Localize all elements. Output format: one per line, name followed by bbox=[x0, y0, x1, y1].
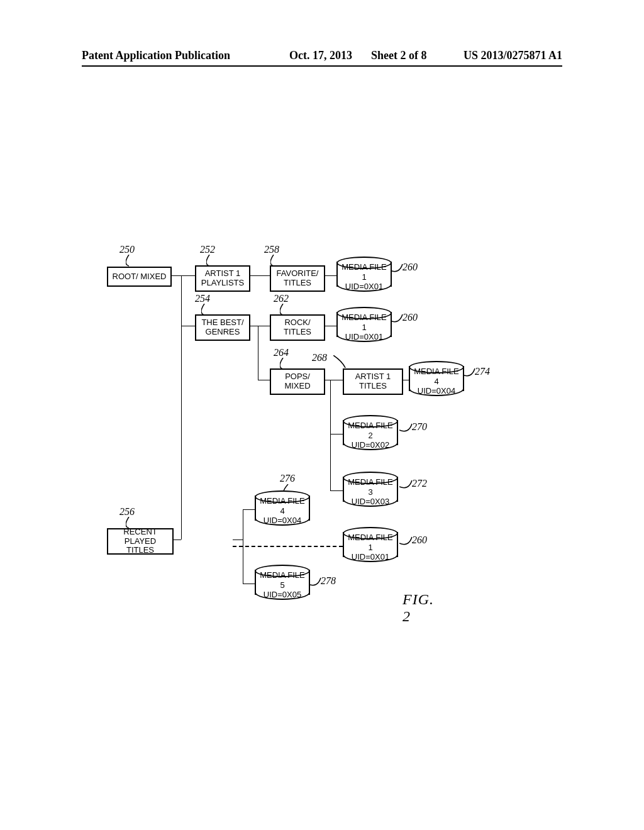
node-label: TITLES bbox=[284, 328, 311, 337]
node-thebest-genres: THE BEST/ GENRES bbox=[195, 314, 250, 341]
ref-250: 250 bbox=[119, 244, 135, 255]
connector bbox=[330, 380, 343, 380]
node-label: RECENT PLAYED bbox=[109, 528, 171, 546]
cylinder-mf4-274: MEDIA FILE 4UID=0X04 bbox=[409, 361, 464, 396]
file-label: MEDIA FILE 2 bbox=[348, 421, 393, 440]
file-label: MEDIA FILE 4 bbox=[414, 367, 459, 386]
publication-type: Patent Application Publication bbox=[82, 49, 230, 62]
cylinder-mf1: MEDIA FILE 1UID=0X01 bbox=[336, 257, 392, 292]
header-divider bbox=[82, 65, 562, 67]
node-label: THE BEST/ bbox=[201, 318, 243, 328]
cylinder-mf3: MEDIA FILE 3UID=0X03 bbox=[343, 472, 398, 507]
ref-256: 256 bbox=[119, 506, 135, 517]
connector bbox=[233, 540, 243, 540]
cylinder-mf1-c: MEDIA FILE 1UID=0X01 bbox=[343, 527, 398, 562]
connector bbox=[330, 434, 343, 434]
leader-icon bbox=[399, 536, 418, 548]
connector bbox=[330, 490, 343, 491]
file-label: MEDIA FILE 3 bbox=[348, 477, 393, 497]
file-uid: UID=0X03 bbox=[352, 497, 389, 506]
node-favorite-titles: FAVORITE/ TITLES bbox=[270, 265, 325, 292]
leader-icon bbox=[390, 313, 409, 326]
node-label: PLAYLISTS bbox=[201, 279, 244, 288]
node-label: ARTIST 1 bbox=[205, 269, 241, 279]
node-label: FAVORITE/ bbox=[277, 269, 319, 279]
connector bbox=[181, 275, 182, 540]
figure-label: FIG. 2 bbox=[402, 591, 434, 625]
ref-258: 258 bbox=[264, 244, 279, 255]
cylinder-mf5: MEDIA FILE 5UID=0X05 bbox=[255, 565, 310, 600]
publication-date: Oct. 17, 2013 bbox=[289, 49, 352, 62]
node-artist1-playlists: ARTIST 1 PLAYLISTS bbox=[195, 265, 250, 292]
ref-276: 276 bbox=[280, 473, 295, 484]
cylinder-mf4-276: MEDIA FILE 4UID=0X04 bbox=[255, 490, 310, 526]
file-label: MEDIA FILE 1 bbox=[341, 313, 387, 332]
connector bbox=[258, 380, 270, 380]
node-root-mixed: ROOT/ MIXED bbox=[107, 267, 172, 287]
file-label: MEDIA FILE 1 bbox=[348, 533, 393, 552]
connector-dashed bbox=[233, 546, 343, 547]
node-label: ARTIST 1 bbox=[355, 372, 391, 382]
node-recent-played-titles: RECENT PLAYED TITLES bbox=[107, 528, 174, 555]
node-label: POPS/ bbox=[285, 372, 310, 382]
file-label: MEDIA FILE 1 bbox=[341, 262, 387, 282]
node-label: ROOT/ MIXED bbox=[113, 272, 167, 282]
node-pops-mixed: POPS/ MIXED bbox=[270, 368, 325, 395]
connector bbox=[258, 326, 258, 380]
node-rock-titles: ROCK/ TITLES bbox=[270, 314, 325, 341]
node-label: TITLES bbox=[359, 382, 387, 391]
cylinder-mf1-b: MEDIA FILE 1UID=0X01 bbox=[336, 307, 392, 342]
file-uid: UID=0X04 bbox=[264, 516, 301, 525]
connector bbox=[243, 509, 255, 510]
connector bbox=[243, 584, 255, 584]
connector bbox=[181, 326, 195, 326]
sheet-number: Sheet 2 of 8 bbox=[371, 49, 427, 62]
file-uid: UID=0X02 bbox=[352, 440, 389, 450]
leader-icon bbox=[399, 479, 418, 492]
ref-252: 252 bbox=[200, 244, 215, 255]
file-label: MEDIA FILE 4 bbox=[260, 496, 305, 516]
file-uid: UID=0X05 bbox=[264, 590, 301, 599]
page: Patent Application Publication Oct. 17, … bbox=[0, 0, 644, 830]
node-label: TITLES bbox=[284, 279, 311, 288]
file-uid: UID=0X01 bbox=[345, 282, 383, 291]
connector bbox=[258, 326, 270, 326]
node-label: MIXED bbox=[284, 382, 310, 391]
ref-262: 262 bbox=[274, 293, 289, 304]
ref-264: 264 bbox=[274, 347, 289, 358]
leader-icon bbox=[390, 263, 409, 275]
ref-254: 254 bbox=[195, 293, 210, 304]
leader-icon bbox=[126, 255, 145, 267]
file-uid: UID=0X04 bbox=[418, 386, 455, 396]
file-uid: UID=0X01 bbox=[352, 552, 389, 562]
leader-icon bbox=[333, 355, 352, 368]
cylinder-mf2: MEDIA FILE 2UID=0X02 bbox=[343, 415, 398, 450]
leader-icon bbox=[308, 577, 327, 589]
connector bbox=[330, 380, 331, 490]
file-label: MEDIA FILE 5 bbox=[260, 570, 305, 590]
node-label: TITLES bbox=[126, 546, 154, 555]
file-uid: UID=0X01 bbox=[345, 332, 383, 341]
publication-number: US 2013/0275871 A1 bbox=[464, 49, 562, 62]
leader-icon bbox=[399, 423, 418, 435]
node-artist1-titles: ARTIST 1 TITLES bbox=[343, 368, 403, 395]
node-label: GENRES bbox=[206, 328, 240, 337]
leader-icon bbox=[462, 367, 481, 380]
connector bbox=[181, 275, 195, 276]
node-label: ROCK/ bbox=[284, 318, 310, 328]
ref-268: 268 bbox=[312, 352, 327, 363]
